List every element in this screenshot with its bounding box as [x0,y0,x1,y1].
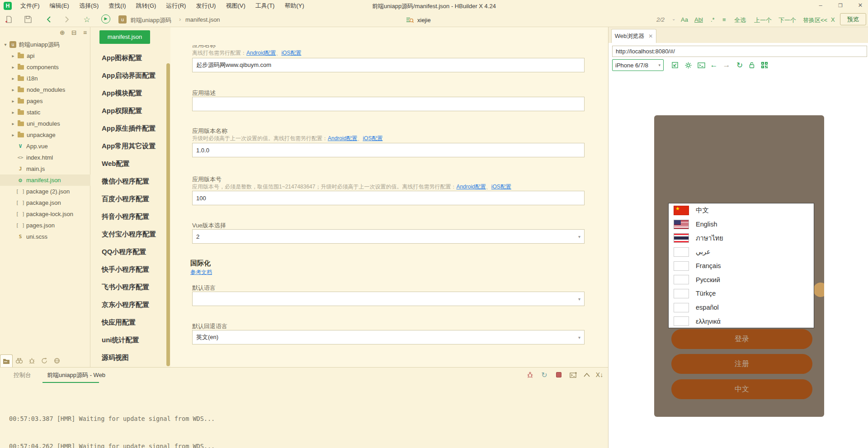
menu-tools[interactable]: 工具(T) [250,0,280,12]
tree-item-folder[interactable]: ▸ i18n [0,73,90,84]
menu-run[interactable]: 运行(R) [161,0,191,12]
chevron-down-icon[interactable]: ▾ [3,42,8,47]
tree-item-project-root[interactable]: ▾ u 前端uniapp源码 [0,39,90,50]
next-match-button[interactable]: 下一个 [778,16,796,24]
tree-item-folder[interactable]: ▸ static [0,107,90,118]
nav-qq-mp-config[interactable]: QQ小程序配置 [90,243,170,260]
search-input[interactable]: xiejie [406,15,510,25]
tree-item-folder[interactable]: ▸ uni_modules [0,118,90,129]
menu-edit[interactable]: 编辑(E) [45,0,74,12]
menu-publish[interactable]: 发行(U) [191,0,221,12]
tree-item-file[interactable]: V App.vue [0,141,90,152]
multiline-toggle[interactable]: ≡ [722,16,726,23]
language-item-turkish[interactable]: Türkçe [669,287,814,301]
chevron-right-icon[interactable]: ▸ [10,110,16,115]
nav-quickapp-config[interactable]: 快应用配置 [90,313,170,331]
panel-menu-icon[interactable]: ≡ [83,29,87,36]
ios-config-link[interactable]: iOS配置 [363,135,382,141]
refresh-icon[interactable]: ↻ [735,60,745,70]
vue-version-select[interactable]: 2 ▾ [192,229,585,244]
tree-item-file[interactable]: [ ] package-lock.json [0,208,90,220]
web-browser-tab[interactable]: Web浏览器 ✕ [611,29,656,43]
language-item-chinese[interactable]: 中文 [669,203,814,217]
tree-item-file[interactable]: J main.js [0,163,90,174]
detach-window-icon[interactable] [670,60,680,70]
tree-item-folder[interactable]: ▸ api [0,50,90,61]
console-tab[interactable]: 控制台 [14,371,31,379]
chevron-right-icon[interactable]: ▸ [10,121,16,126]
device-select[interactable]: iPhone 6/7/8 ▾ [612,59,664,71]
nav-baidu-mp-config[interactable]: 百度小程序配置 [90,190,170,207]
app-desc-input[interactable] [192,97,585,111]
language-item-greek[interactable]: ελληνικά [669,315,814,329]
project-web-tab[interactable]: 前端uniapp源码 - Web [47,371,105,379]
close-button[interactable]: ✕ [853,0,868,11]
prev-match-button[interactable]: 上一个 [754,16,772,24]
maximize-button[interactable]: ❐ [833,0,848,11]
android-config-link[interactable]: Android配置 [246,50,276,56]
default-lang-select[interactable]: ▾ [192,292,585,306]
chevron-down-icon[interactable]: ⌄ [672,16,675,21]
nav-alipay-mp-config[interactable]: 支付宝小程序配置 [90,225,170,243]
tree-item-file[interactable]: [ ] package.json [0,197,90,208]
save-icon[interactable] [24,15,33,24]
forward-icon[interactable] [62,15,71,24]
new-file-icon[interactable] [5,15,14,24]
language-item-arabic[interactable]: عربي [669,245,814,259]
breadcrumb-project[interactable]: 前端uniapp源码 [130,16,171,24]
chevron-right-icon[interactable]: ▸ [10,76,16,81]
chevron-right-icon[interactable]: ▸ [10,65,16,70]
android-config-link[interactable]: Android配置 [456,184,486,190]
regex-toggle[interactable]: .* [711,16,715,23]
whole-word-toggle[interactable]: Abl [694,16,703,23]
manifest-json-tab[interactable]: manifest.json [99,30,150,44]
files-view-tab[interactable] [0,354,13,367]
collapse-all-icon[interactable]: ⊟ [71,29,77,36]
qr-code-icon[interactable] [760,60,769,70]
ios-config-link[interactable]: iOS配置 [491,184,511,190]
menu-file[interactable]: 文件(F) [15,0,45,12]
match-case-toggle[interactable]: Aa [681,16,688,23]
register-button[interactable]: 注册 [671,354,812,374]
menu-find[interactable]: 查找(I) [104,0,131,12]
language-item-english[interactable]: English [669,217,814,231]
nav-douyin-mp-config[interactable]: 抖音小程序配置 [90,207,170,225]
language-switch-button[interactable]: 中文 [671,379,812,399]
chevron-right-icon[interactable]: ▸ [10,53,16,58]
star-icon[interactable]: ☆ [82,15,91,24]
nav-web-config[interactable]: Web配置 [90,155,170,172]
close-search-button[interactable]: X [831,16,835,23]
replace-toggle-button[interactable]: 替换区<< [803,16,827,24]
nav-source-view[interactable]: 源码视图 [90,349,170,366]
select-all-matches-button[interactable]: 全选 [734,16,746,24]
tree-item-file[interactable]: [ ] pages.json [0,220,90,231]
tree-item-folder[interactable]: ▸ unpackage [0,129,90,141]
ios-config-link[interactable]: iOS配置 [281,50,301,56]
new-terminal-icon[interactable] [569,370,578,379]
menu-goto[interactable]: 跳转(G) [131,0,161,12]
nav-app-launch-config[interactable]: App启动界面配置 [90,66,170,84]
gear-icon[interactable] [683,60,693,70]
url-input[interactable] [612,46,867,57]
android-config-link[interactable]: Android配置 [328,135,357,141]
i18n-doc-link[interactable]: 参考文档 [190,269,212,276]
chevron-right-icon[interactable]: ▸ [10,87,16,92]
debug-view-tab[interactable] [25,354,38,367]
form-scrollbar[interactable] [166,63,170,366]
nav-wechat-mp-config[interactable]: 微信小程序配置 [90,172,170,190]
collapse-panel-icon[interactable] [582,370,591,379]
tree-item-file[interactable]: <> index.html [0,152,90,163]
locate-file-icon[interactable]: ⊕ [60,29,65,36]
tree-item-folder[interactable]: ▸ node_modules [0,84,90,95]
menu-help[interactable]: 帮助(Y) [279,0,309,12]
nav-app-icon-config[interactable]: App图标配置 [90,49,170,66]
menu-select[interactable]: 选择(S) [74,0,104,12]
search-view-tab[interactable] [13,354,25,367]
version-code-input[interactable] [192,191,585,205]
tree-item-file-selected[interactable]: ⚙ manifest.json [0,174,90,186]
debug-bug-icon[interactable] [525,370,534,379]
run-icon[interactable]: ▶ [101,14,110,24]
nav-app-module-config[interactable]: App模块配置 [90,84,170,102]
restart-icon[interactable]: ↻ [540,370,549,379]
close-icon[interactable]: ✕ [648,33,653,39]
